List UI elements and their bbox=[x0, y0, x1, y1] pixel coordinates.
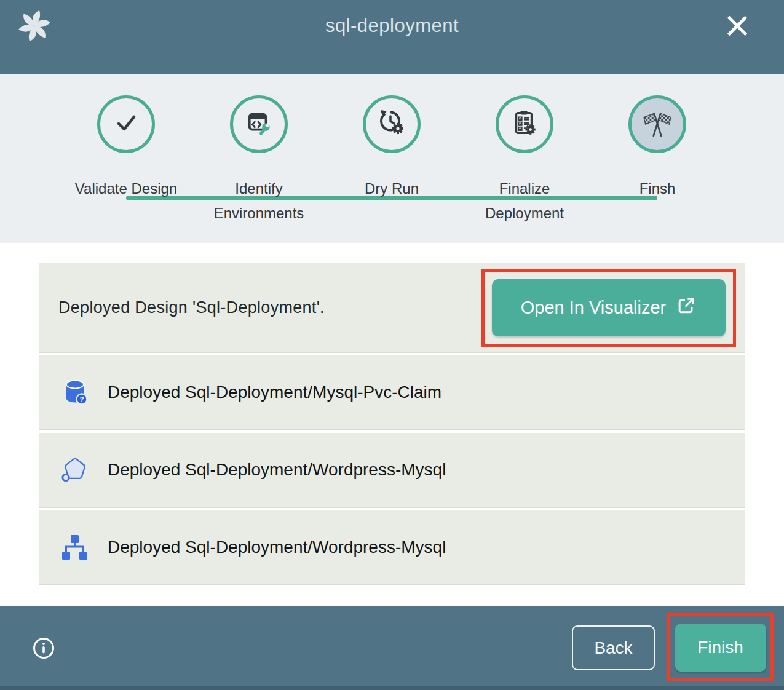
step-validate-design-circle[interactable] bbox=[97, 95, 155, 153]
step-finalize-deployment-circle[interactable] bbox=[496, 95, 553, 153]
info-button[interactable] bbox=[32, 636, 55, 660]
step-identify-environments-circle[interactable] bbox=[230, 95, 288, 153]
external-link-icon bbox=[676, 295, 697, 320]
info-icon bbox=[32, 652, 55, 662]
modal-footer: Back Finish bbox=[0, 606, 784, 690]
clipboard-gear-icon bbox=[510, 109, 539, 140]
finish-highlight-annotation: Finish bbox=[667, 613, 774, 681]
hierarchy-icon bbox=[61, 534, 89, 561]
checkered-flags-icon bbox=[642, 108, 673, 141]
result-row-pvc-claim: ? Deployed Sql-Deployment/Mysql-Pvc-Clai… bbox=[39, 355, 745, 430]
open-in-visualizer-button[interactable]: Open In Visualizer bbox=[492, 279, 726, 336]
step-dry-run: Dry Run bbox=[325, 95, 458, 226]
result-text: Deployed Sql-Deployment/Wordpress-Mysql bbox=[108, 537, 446, 557]
step-identify-environments: Identify Environments bbox=[192, 95, 325, 226]
svg-text:?: ? bbox=[80, 395, 84, 403]
step-label: Dry Run bbox=[365, 176, 419, 201]
finish-button[interactable]: Finish bbox=[675, 624, 766, 672]
modal-header: sql-deployment bbox=[0, 0, 784, 74]
result-text: Deployed Sql-Deployment/Wordpress-Mysql bbox=[108, 460, 446, 480]
open-in-visualizer-label: Open In Visualizer bbox=[521, 298, 666, 318]
result-row-wordpress-mysql-app: Deployed Sql-Deployment/Wordpress-Mysql bbox=[39, 433, 745, 508]
pentagon-icon bbox=[61, 456, 89, 483]
step-dry-run-circle[interactable] bbox=[363, 95, 421, 153]
code-wrench-icon bbox=[245, 109, 273, 140]
step-finish: Finsh bbox=[591, 95, 724, 226]
step-label: Identify Environments bbox=[200, 176, 317, 226]
deployment-results-panel: Deployed Design 'Sql-Deployment'. Open I… bbox=[39, 263, 745, 588]
step-finalize-deployment: Finalize Deployment bbox=[458, 95, 591, 226]
check-icon bbox=[111, 108, 141, 140]
step-finish-circle[interactable] bbox=[628, 95, 686, 153]
step-validate-design: Validate Design bbox=[60, 95, 192, 226]
close-button[interactable] bbox=[725, 14, 750, 38]
step-label: Validate Design bbox=[75, 176, 177, 201]
step-label: Finsh bbox=[639, 176, 676, 201]
back-button[interactable]: Back bbox=[572, 625, 655, 670]
step-label: Finalize Deployment bbox=[466, 176, 583, 226]
deployed-design-row: Deployed Design 'Sql-Deployment'. Open I… bbox=[39, 263, 745, 353]
close-icon bbox=[725, 31, 750, 40]
wizard-stepper: Validate Design bbox=[0, 74, 784, 243]
result-row-wordpress-mysql-service: Deployed Sql-Deployment/Wordpress-Mysql bbox=[39, 510, 745, 585]
history-gear-icon bbox=[377, 108, 406, 140]
database-icon: ? bbox=[61, 379, 89, 406]
visualizer-highlight-annotation: Open In Visualizer bbox=[481, 269, 736, 347]
deployment-wizard-modal: sql-deployment Validate Design bbox=[0, 0, 784, 690]
deployed-design-message: Deployed Design 'Sql-Deployment'. bbox=[58, 298, 325, 317]
modal-title: sql-deployment bbox=[0, 15, 784, 37]
result-text: Deployed Sql-Deployment/Mysql-Pvc-Claim bbox=[108, 383, 441, 402]
